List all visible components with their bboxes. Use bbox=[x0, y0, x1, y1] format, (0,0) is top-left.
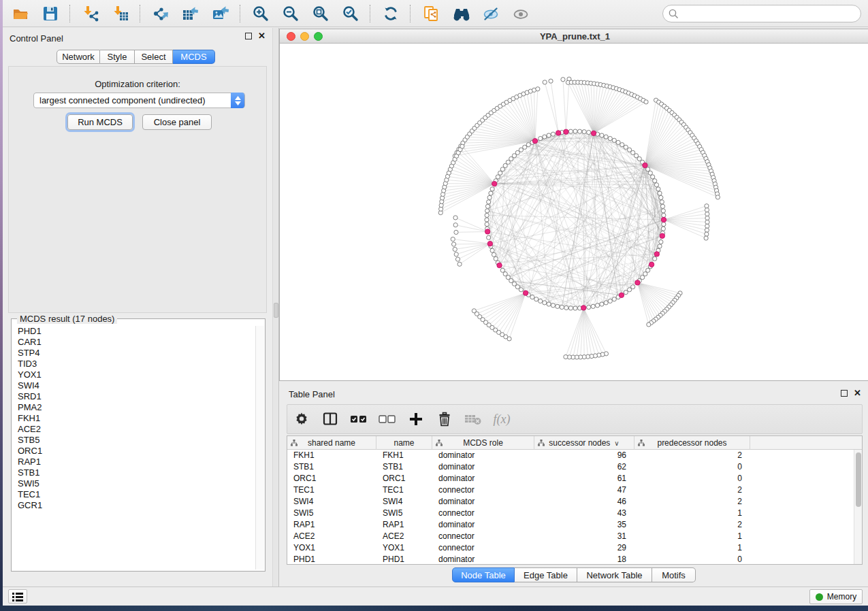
table-row[interactable]: SWI4SWI4dominator462 bbox=[287, 496, 854, 508]
table-cell[interactable]: 47 bbox=[534, 484, 634, 496]
column-header-successor-nodes[interactable]: successor nodes ∨ bbox=[534, 436, 634, 450]
table-cell[interactable]: 0 bbox=[634, 473, 750, 484]
table-cell[interactable]: SWI5 bbox=[376, 508, 432, 519]
table-cell[interactable]: TEC1 bbox=[376, 484, 432, 496]
zoom-selected-icon[interactable] bbox=[341, 4, 360, 23]
close-panel-button[interactable]: Close panel bbox=[142, 114, 212, 130]
table-cell[interactable]: ORC1 bbox=[287, 473, 376, 484]
table-cell[interactable]: 18 bbox=[534, 554, 634, 564]
table-row[interactable]: SWI5SWI5connector431 bbox=[287, 508, 854, 519]
mcds-result-item[interactable]: GCR1 bbox=[12, 500, 256, 511]
binoculars-search-icon[interactable] bbox=[451, 4, 470, 23]
table-cell[interactable]: 46 bbox=[534, 496, 634, 508]
table-cell[interactable]: 0 bbox=[634, 554, 750, 564]
table-cell[interactable]: dominator bbox=[432, 461, 534, 473]
zoom-in-icon[interactable] bbox=[251, 4, 270, 23]
table-row[interactable]: RAP1RAP1dominator352 bbox=[287, 519, 854, 531]
column-header-shared-name[interactable]: shared name bbox=[287, 436, 376, 450]
table-cell[interactable]: 1 bbox=[634, 542, 750, 554]
tab-node-table[interactable]: Node Table bbox=[452, 567, 515, 582]
show-columns-icon[interactable] bbox=[321, 410, 339, 428]
table-cell[interactable]: STB1 bbox=[287, 461, 376, 473]
open-session-icon[interactable] bbox=[11, 4, 30, 23]
tab-mcds[interactable]: MCDS bbox=[173, 50, 215, 64]
task-history-button[interactable] bbox=[8, 589, 27, 604]
search-input[interactable] bbox=[662, 5, 861, 22]
mcds-result-item[interactable]: CAR1 bbox=[12, 337, 256, 348]
table-cell[interactable]: SWI4 bbox=[376, 496, 432, 508]
table-cell[interactable]: connector bbox=[432, 484, 534, 496]
show-all-icon[interactable] bbox=[511, 4, 530, 23]
table-cell[interactable]: RAP1 bbox=[376, 519, 432, 531]
mcds-result-item[interactable]: STB1 bbox=[12, 467, 256, 478]
table-row[interactable]: PHD1PHD1dominator180 bbox=[287, 554, 854, 564]
vertical-splitter[interactable] bbox=[272, 28, 279, 587]
refresh-icon[interactable] bbox=[381, 4, 400, 23]
table-cell[interactable]: ACE2 bbox=[287, 531, 376, 542]
table-cell[interactable]: RAP1 bbox=[287, 519, 376, 531]
mcds-result-item[interactable]: STB5 bbox=[12, 435, 256, 446]
mcds-result-item[interactable]: RAP1 bbox=[12, 457, 256, 467]
table-cell[interactable]: 61 bbox=[534, 473, 634, 484]
add-column-icon[interactable] bbox=[407, 410, 425, 428]
close-panel-icon[interactable]: ✕ bbox=[854, 390, 861, 397]
table-row[interactable]: YOX1YOX1connector291 bbox=[287, 542, 854, 554]
splitter-grip[interactable] bbox=[274, 303, 278, 318]
table-cell[interactable]: 29 bbox=[534, 542, 634, 554]
mcds-result-item[interactable]: YOX1 bbox=[12, 369, 256, 380]
table-cell[interactable]: 2 bbox=[634, 496, 750, 508]
table-cell[interactable]: connector bbox=[432, 542, 534, 554]
mcds-result-item[interactable]: ACE2 bbox=[12, 424, 256, 435]
zoom-out-icon[interactable] bbox=[281, 4, 300, 23]
table-cell[interactable]: 96 bbox=[534, 450, 634, 461]
table-row[interactable]: FKH1FKH1dominator962 bbox=[287, 450, 854, 461]
table-cell[interactable]: STB1 bbox=[376, 461, 432, 473]
table-cell[interactable]: ORC1 bbox=[376, 473, 432, 484]
mcds-result-item[interactable]: SWI4 bbox=[12, 380, 256, 391]
table-row[interactable]: ACE2ACE2connector311 bbox=[287, 531, 854, 542]
table-cell[interactable]: 35 bbox=[534, 519, 634, 531]
mcds-list-scrollbar[interactable] bbox=[255, 326, 264, 569]
save-session-icon[interactable] bbox=[41, 4, 60, 23]
table-row[interactable]: TEC1TEC1connector472 bbox=[287, 484, 854, 496]
tab-select[interactable]: Select bbox=[135, 50, 173, 64]
import-network-icon[interactable] bbox=[81, 4, 100, 23]
table-scrollbar[interactable] bbox=[854, 450, 862, 564]
table-cell[interactable]: 0 bbox=[634, 461, 750, 473]
mcds-result-item[interactable]: TEC1 bbox=[12, 489, 256, 500]
table-row[interactable]: ORC1ORC1dominator610 bbox=[287, 473, 854, 484]
network-canvas[interactable] bbox=[280, 44, 868, 380]
tab-style[interactable]: Style bbox=[100, 50, 135, 64]
mcds-result-list[interactable]: PHD1CAR1STP4TID3YOX1SWI4SRD1PMA2FKH1ACE2… bbox=[12, 326, 256, 569]
table-cell[interactable]: SWI5 bbox=[287, 508, 376, 519]
table-cell[interactable]: connector bbox=[432, 508, 534, 519]
table-cell[interactable]: FKH1 bbox=[287, 450, 376, 461]
import-table-icon[interactable] bbox=[111, 4, 130, 23]
tab-motifs[interactable]: Motifs bbox=[652, 567, 696, 582]
table-cell[interactable]: PHD1 bbox=[376, 554, 432, 564]
memory-button[interactable]: Memory bbox=[809, 589, 863, 604]
table-cell[interactable]: connector bbox=[432, 531, 534, 542]
mcds-result-item[interactable]: ORC1 bbox=[12, 446, 256, 457]
hide-selection-icon[interactable] bbox=[481, 4, 500, 23]
table-cell[interactable]: 2 bbox=[634, 484, 750, 496]
table-cell[interactable]: dominator bbox=[432, 554, 534, 564]
table-cell[interactable]: PHD1 bbox=[287, 554, 376, 564]
table-cell[interactable]: 43 bbox=[534, 508, 634, 519]
column-header-predecessor-nodes[interactable]: predecessor nodes bbox=[634, 436, 750, 450]
tab-network-table[interactable]: Network Table bbox=[577, 567, 652, 582]
table-cell[interactable]: dominator bbox=[432, 496, 534, 508]
table-scrollbar-thumb[interactable] bbox=[856, 452, 861, 507]
table-cell[interactable]: dominator bbox=[432, 473, 534, 484]
tab-edge-table[interactable]: Edge Table bbox=[515, 567, 577, 582]
table-cell[interactable]: 1 bbox=[634, 508, 750, 519]
duplicate-network-view-icon[interactable] bbox=[421, 4, 440, 23]
mcds-result-item[interactable]: SRD1 bbox=[12, 391, 256, 402]
float-window-icon[interactable] bbox=[245, 33, 252, 39]
mcds-result-item[interactable]: PHD1 bbox=[12, 326, 256, 337]
run-mcds-button[interactable]: Run MCDS bbox=[67, 114, 133, 130]
mcds-result-item[interactable]: STP4 bbox=[12, 348, 256, 359]
table-cell[interactable]: YOX1 bbox=[376, 542, 432, 554]
table-cell[interactable]: dominator bbox=[432, 519, 534, 531]
table-cell[interactable]: dominator bbox=[432, 450, 534, 461]
